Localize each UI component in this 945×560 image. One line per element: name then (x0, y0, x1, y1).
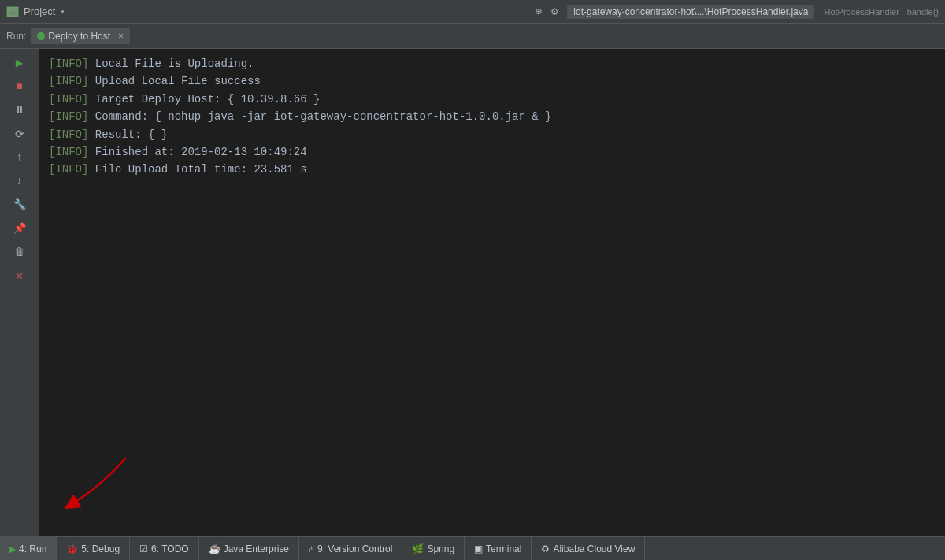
svg-rect-0 (8, 7, 17, 16)
alibaba-label: Alibaba Cloud View (553, 543, 635, 554)
bottom-tab-alibaba[interactable]: ♻Alibaba Cloud View (532, 537, 645, 560)
console-line: [INFO] Local File is Uploading. (49, 55, 936, 72)
main-area: ▶ ■ ⏸ ⟳ ↑ ↓ 🔧 📌 🗑 ✕ [INFO] Local File is… (0, 49, 945, 536)
project-section: Project ▾ (6, 6, 65, 17)
java-enterprise-label: Java Enterprise (224, 543, 289, 554)
terminal-label: Terminal (486, 543, 521, 554)
run-tab[interactable]: Deploy to Host × (31, 28, 130, 44)
run-tab-label: Deploy to Host (48, 31, 110, 42)
bottom-tab-debug[interactable]: 🐞5: Debug (57, 537, 130, 560)
spring-label: Spring (427, 543, 454, 554)
bottom-tab-terminal[interactable]: ▣Terminal (465, 537, 532, 560)
bottom-tab-run[interactable]: ▶4: Run (0, 537, 57, 560)
console-line: [INFO] Upload Local File success (49, 72, 936, 90)
console-line: [INFO] Finished at: 2019-02-13 10:49:24 (49, 143, 936, 161)
console-line: [INFO] Command: { nohup java -jar iot-ga… (49, 108, 936, 125)
alibaba-icon: ♻ (541, 543, 550, 554)
rerun-button[interactable]: ⟳ (9, 123, 31, 145)
scroll-up-button[interactable]: ↑ (9, 146, 31, 169)
run-icon: ▶ (9, 543, 16, 554)
console-area: [INFO] Local File is Uploading.[INFO] Up… (39, 49, 945, 536)
sidebar: ▶ ■ ⏸ ⟳ ↑ ↓ 🔧 📌 🗑 ✕ (0, 49, 39, 536)
project-dropdown-arrow[interactable]: ▾ (60, 7, 65, 17)
terminal-icon: ▣ (474, 543, 483, 554)
pin-button[interactable]: 📌 (9, 217, 31, 239)
console-line: [INFO] Result: { } (49, 126, 936, 143)
file-tab[interactable]: iot-gateway-concentrator-hot\...\HotProc… (567, 5, 814, 19)
spring-icon: 🌿 (412, 543, 424, 554)
console-line: [INFO] Target Deploy Host: { 10.39.8.66 … (49, 91, 936, 108)
debug-icon: 🐞 (66, 543, 78, 554)
stop-button[interactable]: ■ (9, 76, 31, 98)
clear-button[interactable]: 🗑 (9, 241, 31, 263)
debug-label: 5: Debug (81, 543, 120, 554)
todo-label: 6: TODO (151, 543, 189, 554)
top-bar-right: ⊕ ⚙ iot-gateway-concentrator-hot\...\Hot… (535, 5, 939, 19)
top-bar: Project ▾ ⊕ ⚙ iot-gateway-concentrator-h… (0, 0, 945, 24)
run-tab-close[interactable]: × (118, 31, 124, 42)
pause-button[interactable]: ⏸ (9, 99, 31, 121)
java-enterprise-icon: ☕ (209, 543, 220, 554)
close-button[interactable]: ✕ (9, 265, 31, 287)
settings-icon: ⚙ (551, 5, 558, 18)
run-label: 4: Run (19, 543, 46, 554)
bottom-tab-version-control[interactable]: ⑃9: Version Control (299, 537, 402, 560)
project-icon (6, 6, 19, 17)
console-line: [INFO] File Upload Total time: 23.581 s (49, 161, 936, 178)
run-bar: Run: Deploy to Host × (0, 24, 945, 49)
play-button[interactable]: ▶ (9, 52, 31, 74)
globe-icon: ⊕ (535, 5, 541, 18)
file-subtitle: HotProcessHandler - handle() (824, 7, 939, 17)
bottom-tab-spring[interactable]: 🌿Spring (402, 537, 465, 560)
run-label: Run: (6, 31, 26, 42)
settings-button[interactable]: 🔧 (9, 194, 31, 216)
project-label: Project (24, 6, 55, 17)
scroll-down-button[interactable]: ↓ (9, 170, 31, 192)
bottom-tab-java-enterprise[interactable]: ☕Java Enterprise (199, 537, 299, 560)
bottom-tab-todo[interactable]: ☑6: TODO (130, 537, 199, 560)
run-tab-active-icon (37, 32, 45, 40)
version-control-label: 9: Version Control (317, 543, 392, 554)
bottom-bar: ▶4: Run🐞5: Debug☑6: TODO☕Java Enterprise… (0, 536, 945, 560)
file-tab-name: iot-gateway-concentrator-hot\...\HotProc… (573, 6, 808, 17)
version-control-icon: ⑃ (309, 543, 314, 554)
todo-icon: ☑ (139, 543, 148, 554)
